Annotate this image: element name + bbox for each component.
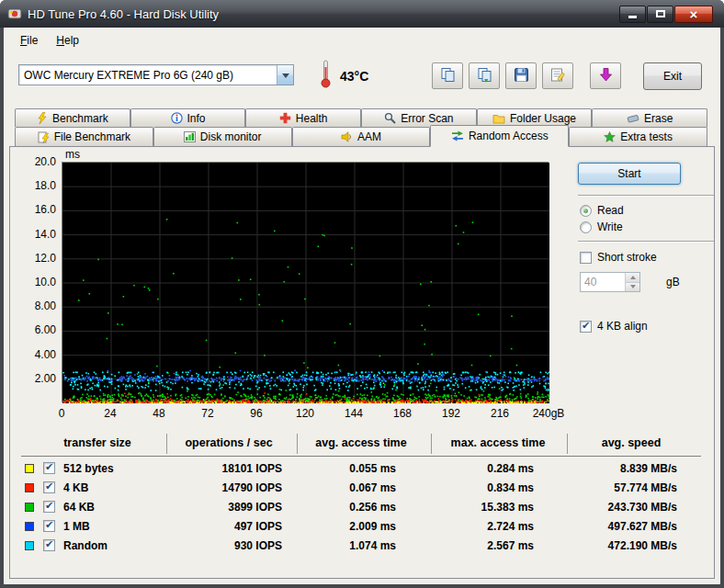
x-tick: 144 [334, 407, 374, 420]
align-label: 4 KB align [597, 320, 648, 333]
tab-extra-tests[interactable]: Extra tests [569, 127, 707, 146]
series-checkbox[interactable] [43, 539, 55, 551]
write-label: Write [597, 220, 623, 233]
app-icon [7, 6, 22, 21]
tab-folder-usage[interactable]: Folder Usage [477, 108, 593, 127]
y-tick: 12.0 [35, 252, 56, 265]
column-divider [431, 434, 432, 454]
tab-random-access[interactable]: Random Access [430, 125, 569, 147]
save-icon [514, 67, 529, 85]
table-row: Random930 IOPS1.074 ms2.567 ms472.190 MB… [10, 537, 714, 556]
lightning-icon [37, 112, 48, 124]
column-divider [297, 434, 298, 454]
col-header-transfer-size: transfer size [28, 436, 166, 449]
drive-select-value: OWC Mercury EXTREME Pro 6G (240 gB) [19, 69, 277, 82]
info-icon [171, 112, 183, 124]
avg-speed-value: 497.627 MB/s [560, 520, 677, 533]
read-radio[interactable] [580, 205, 592, 217]
tab-benchmark[interactable]: Benchmark [15, 108, 130, 127]
ops-value: 18101 IOPS [166, 462, 282, 475]
copy-text-button[interactable] [469, 62, 500, 89]
avg-access-value: 1.074 ms [297, 539, 396, 552]
chevron-down-icon[interactable] [277, 65, 293, 85]
separator [578, 241, 714, 243]
menu-item-help[interactable]: Help [47, 31, 88, 50]
close-button[interactable]: × [674, 6, 713, 23]
stroke-unit-label: gB [666, 276, 680, 288]
col-header-avg-access: avg. access time [297, 436, 425, 449]
y-tick: 8.00 [35, 300, 56, 312]
speaker-icon [341, 131, 353, 142]
max-access-value: 15.383 ms [431, 501, 534, 514]
save-image-button[interactable] [505, 62, 537, 89]
maximize-icon [656, 10, 665, 17]
align-checkbox[interactable] [580, 321, 592, 333]
menu-item-file[interactable]: File [11, 31, 47, 50]
avg-access-value: 2.009 ms [297, 520, 396, 533]
start-button[interactable]: Start [578, 163, 681, 185]
tab-info[interactable]: Info [130, 108, 246, 127]
x-tick: 120 [285, 407, 325, 420]
y-tick: 20.0 [35, 155, 56, 168]
y-tick: 18.0 [35, 179, 56, 192]
avg-speed-value: 243.730 MB/s [560, 501, 677, 514]
app-window: HD Tune Pro 4.60 - Hard Disk Utility × F… [0, 0, 724, 588]
series-checkbox[interactable] [43, 481, 55, 493]
menubar: FileHelp [4, 29, 720, 51]
spinner-up-icon[interactable] [626, 273, 639, 283]
tab-row-1: BenchmarkInfoHealthError ScanFolder Usag… [15, 108, 707, 127]
write-radio[interactable] [580, 221, 592, 233]
health-icon [279, 112, 291, 124]
read-label: Read [597, 204, 624, 217]
save-text-button[interactable] [542, 62, 573, 89]
col-header-max-access: max. access time [431, 436, 565, 449]
series-checkbox[interactable] [43, 462, 55, 474]
short-stroke-checkbox[interactable] [580, 252, 592, 264]
temperature-value: 43°C [340, 69, 368, 84]
x-tick: 48 [139, 407, 179, 420]
x-tick: 24 [90, 407, 130, 420]
tab-file-benchmark[interactable]: File Benchmark [15, 127, 153, 146]
tab-erase[interactable]: Erase [592, 108, 707, 127]
window-body: FileHelp OWC Mercury EXTREME Pro 6G (240… [4, 28, 720, 584]
minimize-icon [628, 16, 637, 18]
tab-disk-monitor[interactable]: Disk monitor [153, 127, 292, 146]
table-row: 64 KB3899 IOPS0.256 ms15.383 ms243.730 M… [10, 498, 714, 517]
series-color-swatch [25, 522, 34, 531]
capture-button[interactable] [590, 62, 621, 89]
stroke-size-input[interactable] [581, 273, 625, 291]
exit-button[interactable]: Exit [643, 62, 702, 90]
tab-aam[interactable]: AAM [292, 127, 431, 146]
random-access-panel: ms 20.018.016.014.012.010.08.006.004.002… [9, 146, 715, 579]
eraser-icon [627, 113, 639, 124]
ops-value: 497 IOPS [166, 520, 282, 533]
maximize-button[interactable] [647, 6, 673, 23]
file-benchmark-icon [38, 131, 50, 143]
x-tick: 0 [41, 407, 82, 420]
avg-access-value: 0.055 ms [297, 462, 396, 475]
max-access-value: 2.724 ms [431, 520, 534, 533]
tab-error-scan[interactable]: Error Scan [361, 108, 477, 127]
transfer-size-label: Random [63, 539, 107, 552]
series-checkbox[interactable] [43, 501, 55, 513]
x-tick: 168 [382, 407, 423, 420]
col-header-avg-speed: avg. speed [567, 436, 696, 449]
ops-value: 14790 IOPS [166, 481, 282, 494]
spinner-down-icon[interactable] [626, 283, 639, 292]
ops-value: 930 IOPS [166, 539, 282, 552]
drive-select[interactable]: OWC Mercury EXTREME Pro 6G (240 gB) [18, 64, 294, 85]
minimize-button[interactable] [619, 6, 646, 23]
random-access-icon [451, 130, 464, 141]
short-stroke-label: Short stroke [597, 251, 657, 264]
series-checkbox[interactable] [43, 520, 55, 532]
separator [578, 195, 714, 197]
window-controls: × [619, 6, 713, 23]
copy-image-button[interactable] [432, 62, 463, 89]
y-tick: 16.0 [35, 203, 56, 216]
window-title: HD Tune Pro 4.60 - Hard Disk Utility [28, 7, 219, 21]
tab-health[interactable]: Health [245, 108, 361, 127]
tab-strip: BenchmarkInfoHealthError ScanFolder Usag… [15, 108, 707, 146]
folder-icon [492, 113, 505, 124]
titlebar[interactable]: HD Tune Pro 4.60 - Hard Disk Utility × [0, 0, 724, 28]
column-divider [166, 434, 167, 454]
